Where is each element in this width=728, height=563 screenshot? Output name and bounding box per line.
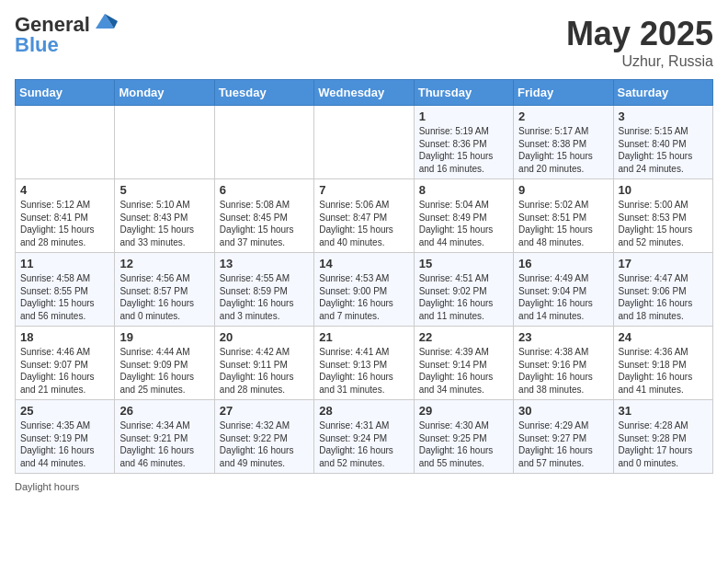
- day-info: Sunrise: 4:38 AM Sunset: 9:16 PM Dayligh…: [518, 346, 608, 396]
- calendar-cell: 4Sunrise: 5:12 AM Sunset: 8:41 PM Daylig…: [16, 179, 115, 253]
- location-subtitle: Uzhur, Russia: [566, 53, 713, 70]
- calendar-table: SundayMondayTuesdayWednesdayThursdayFrid…: [15, 79, 713, 474]
- day-info: Sunrise: 4:30 AM Sunset: 9:25 PM Dayligh…: [419, 419, 508, 469]
- day-number: 27: [220, 404, 309, 418]
- day-number: 2: [518, 109, 608, 123]
- weekday-header-tuesday: Tuesday: [214, 80, 313, 106]
- day-info: Sunrise: 4:42 AM Sunset: 9:11 PM Dayligh…: [220, 346, 309, 396]
- day-info: Sunrise: 4:49 AM Sunset: 9:04 PM Dayligh…: [518, 272, 608, 322]
- calendar-cell: 6Sunrise: 5:08 AM Sunset: 8:45 PM Daylig…: [214, 179, 313, 253]
- day-number: 1: [419, 109, 508, 123]
- calendar-cell: 13Sunrise: 4:55 AM Sunset: 8:59 PM Dayli…: [214, 253, 313, 327]
- day-info: Sunrise: 4:41 AM Sunset: 9:13 PM Dayligh…: [319, 346, 408, 396]
- day-info: Sunrise: 5:17 AM Sunset: 8:38 PM Dayligh…: [518, 125, 608, 175]
- calendar-cell: 3Sunrise: 5:15 AM Sunset: 8:40 PM Daylig…: [613, 106, 712, 179]
- day-number: 3: [619, 109, 708, 123]
- day-number: 31: [619, 404, 708, 418]
- calendar-cell: [115, 106, 214, 179]
- day-info: Sunrise: 5:12 AM Sunset: 8:41 PM Dayligh…: [20, 199, 109, 248]
- calendar-cell: 25Sunrise: 4:35 AM Sunset: 9:19 PM Dayli…: [16, 400, 115, 474]
- day-number: 23: [518, 330, 608, 344]
- day-info: Sunrise: 4:39 AM Sunset: 9:14 PM Dayligh…: [419, 346, 508, 396]
- day-number: 18: [20, 330, 109, 344]
- calendar-cell: 10Sunrise: 5:00 AM Sunset: 8:53 PM Dayli…: [613, 179, 712, 253]
- day-info: Sunrise: 4:28 AM Sunset: 9:28 PM Dayligh…: [619, 419, 708, 469]
- day-number: 10: [619, 183, 708, 197]
- calendar-header-row: SundayMondayTuesdayWednesdayThursdayFrid…: [16, 80, 713, 106]
- day-number: 7: [319, 183, 408, 197]
- day-info: Sunrise: 4:44 AM Sunset: 9:09 PM Dayligh…: [119, 346, 209, 396]
- day-number: 16: [518, 257, 608, 270]
- day-info: Sunrise: 4:36 AM Sunset: 9:18 PM Dayligh…: [619, 346, 708, 396]
- weekday-header-thursday: Thursday: [414, 80, 513, 106]
- calendar-cell: 28Sunrise: 4:31 AM Sunset: 9:24 PM Dayli…: [314, 400, 414, 474]
- day-info: Sunrise: 5:15 AM Sunset: 8:40 PM Dayligh…: [619, 125, 708, 175]
- calendar-week-3: 11Sunrise: 4:58 AM Sunset: 8:55 PM Dayli…: [16, 253, 713, 327]
- day-info: Sunrise: 5:08 AM Sunset: 8:45 PM Dayligh…: [220, 199, 309, 248]
- day-info: Sunrise: 5:06 AM Sunset: 8:47 PM Dayligh…: [319, 199, 408, 248]
- day-info: Sunrise: 4:29 AM Sunset: 9:27 PM Dayligh…: [518, 419, 608, 469]
- day-number: 25: [20, 404, 109, 418]
- day-number: 20: [220, 330, 309, 344]
- calendar-cell: [314, 106, 414, 179]
- calendar-cell: 8Sunrise: 5:04 AM Sunset: 8:49 PM Daylig…: [414, 179, 513, 253]
- calendar-cell: 7Sunrise: 5:06 AM Sunset: 8:47 PM Daylig…: [314, 179, 414, 253]
- day-number: 4: [20, 183, 109, 197]
- calendar-cell: 31Sunrise: 4:28 AM Sunset: 9:28 PM Dayli…: [613, 400, 712, 474]
- day-info: Sunrise: 5:19 AM Sunset: 8:36 PM Dayligh…: [419, 125, 508, 175]
- day-number: 28: [319, 404, 408, 418]
- day-info: Sunrise: 4:34 AM Sunset: 9:21 PM Dayligh…: [119, 419, 209, 469]
- calendar-cell: 22Sunrise: 4:39 AM Sunset: 9:14 PM Dayli…: [414, 327, 513, 400]
- calendar-cell: 24Sunrise: 4:36 AM Sunset: 9:18 PM Dayli…: [613, 327, 712, 400]
- day-number: 30: [518, 404, 608, 418]
- day-info: Sunrise: 4:35 AM Sunset: 9:19 PM Dayligh…: [20, 419, 109, 469]
- calendar-cell: 23Sunrise: 4:38 AM Sunset: 9:16 PM Dayli…: [514, 327, 613, 400]
- day-info: Sunrise: 4:47 AM Sunset: 9:06 PM Dayligh…: [619, 272, 708, 322]
- weekday-header-friday: Friday: [514, 80, 613, 106]
- logo-icon: [92, 8, 118, 34]
- calendar-cell: 5Sunrise: 5:10 AM Sunset: 8:43 PM Daylig…: [115, 179, 214, 253]
- calendar-cell: 16Sunrise: 4:49 AM Sunset: 9:04 PM Dayli…: [514, 253, 613, 327]
- calendar-cell: 18Sunrise: 4:46 AM Sunset: 9:07 PM Dayli…: [16, 327, 115, 400]
- day-number: 19: [119, 330, 209, 344]
- calendar-week-2: 4Sunrise: 5:12 AM Sunset: 8:41 PM Daylig…: [16, 179, 713, 253]
- day-number: 13: [220, 257, 309, 270]
- day-number: 22: [419, 330, 508, 344]
- calendar-cell: 26Sunrise: 4:34 AM Sunset: 9:21 PM Dayli…: [115, 400, 214, 474]
- calendar-cell: 2Sunrise: 5:17 AM Sunset: 8:38 PM Daylig…: [514, 106, 613, 179]
- calendar-cell: [16, 106, 115, 179]
- day-number: 26: [119, 404, 209, 418]
- day-info: Sunrise: 4:53 AM Sunset: 9:00 PM Dayligh…: [319, 272, 408, 322]
- day-number: 11: [20, 257, 109, 270]
- day-number: 14: [319, 257, 408, 270]
- day-number: 17: [619, 257, 708, 270]
- day-number: 9: [518, 183, 608, 197]
- day-info: Sunrise: 4:31 AM Sunset: 9:24 PM Dayligh…: [319, 419, 408, 469]
- weekday-header-sunday: Sunday: [16, 80, 115, 106]
- calendar-cell: 29Sunrise: 4:30 AM Sunset: 9:25 PM Dayli…: [414, 400, 513, 474]
- calendar-week-5: 25Sunrise: 4:35 AM Sunset: 9:19 PM Dayli…: [16, 400, 713, 474]
- day-info: Sunrise: 4:56 AM Sunset: 8:57 PM Dayligh…: [119, 272, 209, 322]
- day-number: 29: [419, 404, 508, 418]
- logo-general: General: [15, 15, 90, 35]
- day-info: Sunrise: 5:02 AM Sunset: 8:51 PM Dayligh…: [518, 199, 608, 248]
- day-number: 15: [419, 257, 508, 270]
- weekday-header-monday: Monday: [115, 80, 214, 106]
- calendar-cell: 9Sunrise: 5:02 AM Sunset: 8:51 PM Daylig…: [514, 179, 613, 253]
- day-info: Sunrise: 5:10 AM Sunset: 8:43 PM Dayligh…: [119, 199, 209, 248]
- day-number: 8: [419, 183, 508, 197]
- calendar-footer: Daylight hours: [15, 481, 713, 492]
- day-number: 6: [220, 183, 309, 197]
- logo: General Blue: [15, 15, 118, 55]
- calendar-cell: 11Sunrise: 4:58 AM Sunset: 8:55 PM Dayli…: [16, 253, 115, 327]
- page-header: General Blue May 2025 Uzhur, Russia: [15, 15, 713, 70]
- day-number: 5: [119, 183, 209, 197]
- calendar-cell: 1Sunrise: 5:19 AM Sunset: 8:36 PM Daylig…: [414, 106, 513, 179]
- calendar-cell: [214, 106, 313, 179]
- day-number: 24: [619, 330, 708, 344]
- calendar-cell: 21Sunrise: 4:41 AM Sunset: 9:13 PM Dayli…: [314, 327, 414, 400]
- calendar-cell: 15Sunrise: 4:51 AM Sunset: 9:02 PM Dayli…: [414, 253, 513, 327]
- day-number: 21: [319, 330, 408, 344]
- calendar-week-4: 18Sunrise: 4:46 AM Sunset: 9:07 PM Dayli…: [16, 327, 713, 400]
- calendar-week-1: 1Sunrise: 5:19 AM Sunset: 8:36 PM Daylig…: [16, 106, 713, 179]
